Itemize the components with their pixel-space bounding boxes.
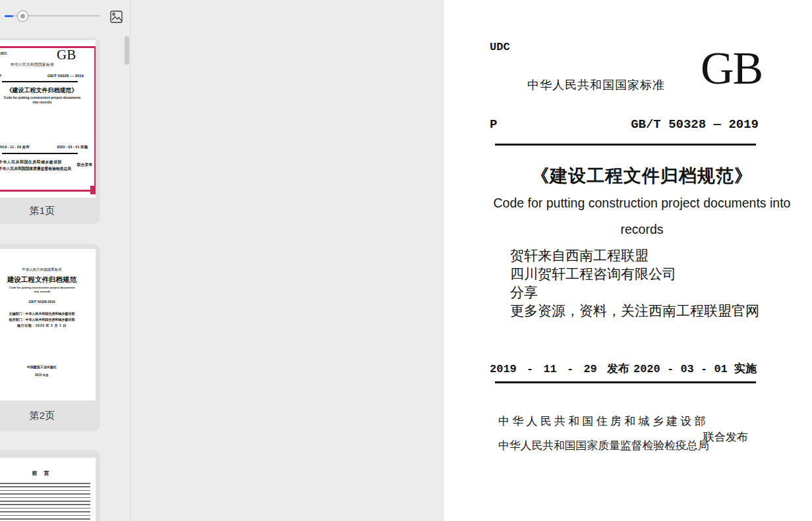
page-thumbnail-2[interactable]: 中华人民共和国国家标准 建设工程文件归档规范 Code for putting … [0, 244, 100, 431]
p-label: P [490, 117, 497, 132]
horizontal-rule-bottom [495, 381, 756, 383]
thumbnail-zoom-slider[interactable] [5, 9, 100, 22]
page-thumbnail-1-label: 第1页 [0, 205, 100, 217]
document-page: UDC 中华人民共和国国家标准 GB P GB/T 50328 — 2019 《… [443, 0, 812, 521]
sidebar-scrollbar-thumb[interactable] [125, 36, 129, 65]
page-thumbnail-3[interactable]: 前 言 [0, 450, 100, 521]
page-thumbnail-1-preview: UDC 中华人民共和国国家标准 GB P GB/T 50328 — 2019 《… [0, 40, 96, 198]
standard-label: 中华人民共和国国家标准 [527, 77, 665, 93]
standard-code: GB/T 50328 — 2019 [631, 117, 759, 132]
mini-standard-label: 中华人民共和国国家标准 [0, 267, 96, 272]
mini-title: 建设工程文件归档规范 [0, 275, 96, 285]
panel-divider [130, 0, 130, 521]
document-title: 《建设工程文件归档规范》 [490, 164, 794, 188]
selection-resize-handle[interactable] [90, 186, 96, 194]
mini-title-en: Code for putting construction project do… [8, 286, 76, 294]
gb-mark: GB [701, 42, 762, 95]
thumbnail-panel: UDC 中华人民共和国国家标准 GB P GB/T 50328 — 2019 《… [0, 0, 130, 521]
document-title-en-line2: records [490, 222, 794, 237]
mini-approver-line: 批准部门：中华人民共和国住房和城乡建设部 [0, 317, 96, 321]
page-thumbnail-1[interactable]: UDC 中华人民共和国国家标准 GB P GB/T 50328 — 2019 《… [0, 38, 100, 224]
page-thumbnail-2-preview: 中华人民共和国国家标准 建设工程文件归档规范 Code for putting … [0, 249, 96, 400]
slider-track-fill [5, 15, 13, 17]
horizontal-rule-top [495, 144, 756, 146]
publisher-line-2: 中华人民共和国国家质量监督检验检疫总局 [498, 439, 808, 452]
issue-date: 2019 - 11 - 29 发布 [490, 361, 629, 376]
page-thumbnail-2-label: 第2页 [0, 410, 100, 422]
watermark-line: 贺轩来自西南工程联盟 [510, 246, 649, 265]
mini-standard-code: GB/T 50328-2019 [0, 300, 96, 304]
slider-thumb[interactable] [17, 11, 28, 22]
watermark-line: 更多资源，资料，关注西南工程联盟官网 [510, 302, 759, 320]
page-thumbnail-3-preview: 前 言 [0, 458, 96, 521]
image-icon[interactable] [110, 11, 123, 23]
effective-date: 2020 - 03 - 01 实施 [633, 361, 757, 376]
selection-border [0, 46, 96, 192]
mini-press: 中国建筑工业出版社 [0, 365, 96, 369]
mini-body-textlines [0, 483, 90, 521]
document-title-en-line1: Code for putting construction project do… [490, 196, 794, 211]
udc-label: UDC [490, 41, 510, 53]
slider-thumb-dot [20, 14, 25, 18]
publisher-line-2-clipped: 中华人民共和国国家质量监督检验检疫总局 [498, 439, 808, 452]
pdf-viewer-window: UDC 中华人民共和国国家标准 GB P GB/T 50328 — 2019 《… [0, 0, 812, 521]
mini-editor-line: 主编部门：中华人民共和国住房和城乡建设部 [0, 312, 96, 315]
publisher-line-1: 中 华 人 民 共 和 国 住 房 和 城 乡 建 设 部 [498, 414, 706, 429]
mini-effective-line: 施行日期：2020 年 3 月 1 日 [0, 323, 96, 327]
watermark-line: 四川贺轩工程咨询有限公司 [510, 265, 676, 283]
mini-preface-heading: 前 言 [0, 470, 96, 477]
mini-press-city: 201X 北京 [0, 373, 96, 377]
watermark-line: 分享 [510, 283, 538, 302]
